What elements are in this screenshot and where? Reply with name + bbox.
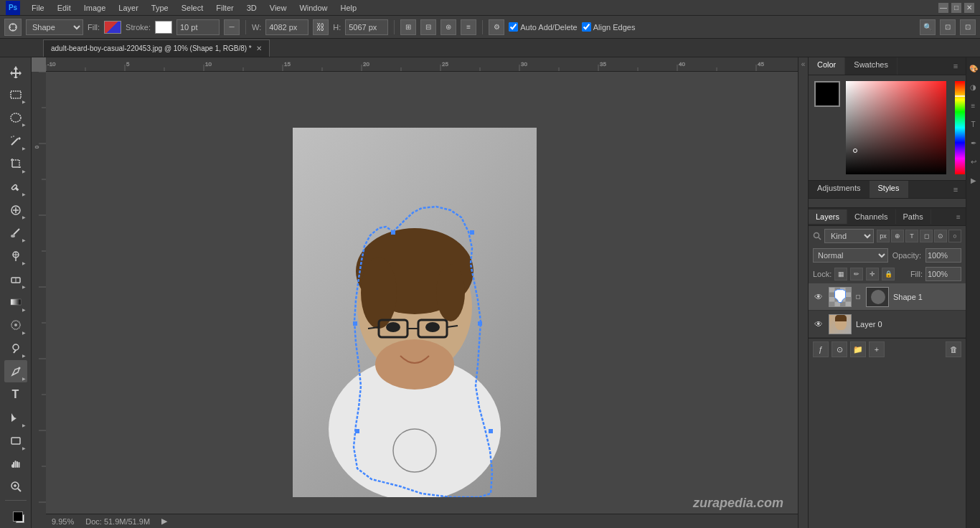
tool-clone[interactable]: ▶ (4, 245, 27, 267)
tool-crop[interactable]: ▶ (4, 153, 27, 175)
lock-transparency-btn[interactable]: ▦ (834, 268, 847, 280)
layer-eye-layer0[interactable]: 👁 (813, 319, 824, 330)
add-mask-btn[interactable]: ⊙ (831, 341, 847, 357)
tab-color[interactable]: Color (809, 57, 845, 75)
search-btn[interactable]: 🔍 (920, 19, 936, 35)
doc-tab[interactable]: adult-beard-boy-casual-220453.jpg @ 10% … (43, 39, 270, 57)
active-color-swatch[interactable] (814, 81, 840, 107)
stroke-style-btn[interactable]: ─ (224, 19, 240, 35)
tool-text[interactable]: T (4, 383, 27, 405)
menu-edit[interactable]: Edit (52, 2, 77, 14)
panel-icon-color[interactable]: 🎨 (966, 60, 981, 76)
tool-magic-wand[interactable]: ▶ (4, 129, 27, 151)
tool-zoom[interactable] (4, 476, 27, 498)
tool-move[interactable] (4, 60, 27, 82)
filter-type-btn[interactable]: T (905, 230, 918, 242)
tool-gradient[interactable]: ▶ (4, 291, 27, 314)
delete-layer-btn[interactable]: 🗑 (946, 341, 961, 357)
tool-lasso[interactable]: ▶ (4, 106, 27, 128)
panel-icon-layers[interactable]: ≡ (966, 98, 981, 113)
menu-layer[interactable]: Layer (113, 2, 144, 14)
minimize-button[interactable]: — (938, 3, 948, 13)
gear-btn[interactable]: ⚙ (489, 19, 504, 35)
layer-row-layer0[interactable]: 👁 Layer 0 (809, 311, 966, 338)
new-group-btn[interactable]: 📁 (850, 341, 866, 357)
maximize-button[interactable]: □ (951, 3, 961, 13)
blend-mode-select[interactable]: Normal (813, 248, 888, 263)
path-align-btn[interactable]: ≡ (461, 19, 476, 35)
tool-dodge[interactable]: ▶ (4, 337, 27, 359)
arrange-btn[interactable]: ⊡ (940, 19, 956, 35)
tab-close-btn[interactable]: ✕ (256, 44, 262, 52)
menu-3d[interactable]: 3D (241, 2, 263, 14)
lock-move-btn[interactable]: ✛ (866, 268, 879, 280)
menu-type[interactable]: Type (146, 2, 174, 14)
tool-hand[interactable] (4, 453, 27, 475)
lock-all-btn[interactable]: 🔒 (882, 268, 895, 280)
panel-icon-actions[interactable]: ▶ (966, 172, 981, 188)
panel-icon-adjust[interactable]: ◑ (966, 79, 981, 95)
tool-heal[interactable]: ▶ (4, 199, 27, 221)
layer-kind-select[interactable]: Kind (824, 229, 874, 243)
menu-view[interactable]: View (264, 2, 293, 14)
filter-adj-btn[interactable]: ⊕ (891, 230, 904, 242)
tool-shape[interactable]: ▶ (4, 430, 27, 452)
layer-eye-shape1[interactable]: 👁 (813, 291, 824, 303)
tool-select-rect[interactable]: ▶ (4, 83, 27, 105)
tab-adjustments[interactable]: Adjustments (809, 181, 870, 198)
tool-blur[interactable]: ▶ (4, 314, 27, 336)
tab-styles[interactable]: Styles (870, 181, 908, 198)
path-ops-btn[interactable]: ⊞ (400, 19, 416, 35)
tool-eraser[interactable]: ▶ (4, 268, 27, 290)
color-gradient-picker[interactable] (846, 81, 946, 174)
menu-file[interactable]: File (26, 2, 50, 14)
path-ops2-btn[interactable]: ⊟ (420, 19, 436, 35)
tab-swatches[interactable]: Swatches (845, 57, 897, 75)
stroke-size-input[interactable] (176, 19, 220, 35)
tab-layers[interactable]: Layers (809, 209, 847, 224)
fill-swatch[interactable] (104, 21, 121, 34)
tool-mode-dropdown[interactable]: Shape (26, 19, 83, 35)
menu-filter[interactable]: Filter (210, 2, 239, 14)
menu-window[interactable]: Window (293, 2, 333, 14)
align-edges-checkbox[interactable]: Align Edges (582, 22, 636, 32)
link-wh-btn[interactable]: ⛓ (313, 19, 329, 35)
filter-smart-btn[interactable]: ⊙ (934, 230, 947, 242)
filter-toggle[interactable]: ○ (948, 230, 961, 242)
filter-pixel-btn[interactable]: px (877, 230, 890, 242)
canvas-area[interactable]: -10 5 10 15 20 25 (32, 57, 798, 528)
w-input[interactable] (265, 19, 308, 35)
panel-icon-history[interactable]: ↩ (966, 154, 981, 169)
filter-shape-btn[interactable]: ◻ (920, 230, 933, 242)
stroke-swatch[interactable] (155, 21, 172, 34)
status-arrow[interactable]: ▶ (161, 517, 167, 526)
close-button[interactable]: ✕ (964, 3, 974, 13)
tool-options-icon[interactable] (4, 19, 22, 36)
tab-channels[interactable]: Channels (847, 209, 895, 224)
workspace-btn[interactable]: ⊡ (960, 19, 976, 35)
opacity-input[interactable] (925, 248, 961, 263)
hue-strip[interactable] (955, 81, 965, 174)
panel-icon-type[interactable]: T (966, 116, 981, 132)
menu-help[interactable]: Help (335, 2, 363, 14)
path-ops3-btn[interactable]: ⊛ (440, 19, 456, 35)
menu-select[interactable]: Select (176, 2, 209, 14)
tool-brush[interactable]: ▶ (4, 222, 27, 244)
lock-paint-btn[interactable]: ✏ (850, 268, 863, 280)
tool-path-select[interactable]: ▶ (4, 406, 27, 428)
auto-add-delete-checkbox[interactable]: Auto Add/Delete (509, 22, 578, 32)
color-panel-menu[interactable]: ≡ (948, 57, 963, 75)
tool-pen[interactable]: ▶ (4, 360, 27, 382)
fill-input[interactable] (925, 267, 961, 281)
panel-collapse-btn[interactable]: « (798, 57, 808, 528)
menu-image[interactable]: Image (78, 2, 112, 14)
canvas-inner[interactable] (46, 72, 798, 514)
foreground-color-swatch[interactable] (4, 503, 27, 525)
layer-row-shape1[interactable]: 👁 (809, 283, 966, 311)
adj-panel-menu[interactable]: ≡ (948, 181, 963, 198)
panel-icon-paths[interactable]: ✒ (966, 135, 981, 151)
layers-panel-menu[interactable]: ≡ (951, 208, 966, 225)
tab-paths[interactable]: Paths (896, 209, 931, 224)
new-layer-btn[interactable]: + (869, 341, 885, 357)
h-input[interactable] (345, 19, 388, 35)
